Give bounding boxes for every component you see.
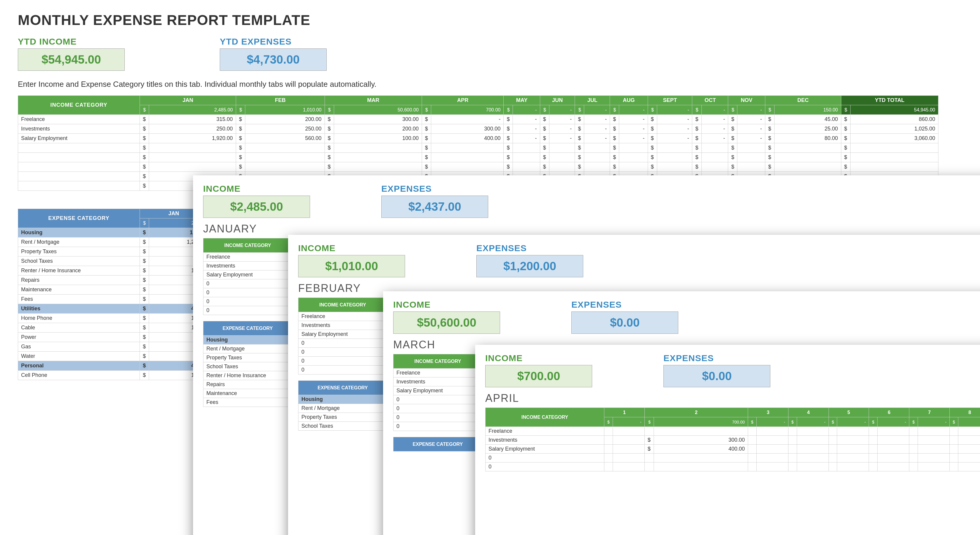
page-title: MONTHLY EXPENSE REPORT TEMPLATE xyxy=(18,12,962,28)
list-item[interactable]: Fees xyxy=(204,398,292,407)
list-item[interactable]: 0 xyxy=(204,279,292,288)
list-item[interactable]: Property Taxes xyxy=(204,353,292,362)
expense-row[interactable]: Personal$425.0 xyxy=(18,361,208,371)
col-aug: AUG xyxy=(610,96,648,105)
apr-col-1: 1 xyxy=(605,408,645,417)
list-item[interactable]: Salary Employment xyxy=(393,386,482,395)
list-item[interactable]: 0 xyxy=(204,288,292,297)
list-item[interactable]: 0 xyxy=(299,348,387,357)
expense-row[interactable]: School Taxes$90.0 xyxy=(18,257,208,266)
expense-row[interactable]: Cell Phone$150.0 xyxy=(18,371,208,380)
expense-row[interactable]: Power$65.0 xyxy=(18,332,208,342)
expense-row[interactable]: Repairs$ xyxy=(18,276,208,285)
expense-row[interactable]: Rent / Mortgage$1,200.0 xyxy=(18,238,208,247)
list-item[interactable]: Freelance xyxy=(204,252,292,262)
col-dec: DEC xyxy=(765,96,841,105)
layer-april[interactable]: INCOME$700.00 EXPENSES$0.00 APRIL INCOME… xyxy=(475,345,980,535)
list-item[interactable]: 0 xyxy=(204,306,292,315)
mar-expense-cat-table[interactable]: EXPENSE CATEGORY xyxy=(393,437,482,452)
jan-income-cat-header: INCOME CATEGORY xyxy=(204,238,292,252)
mar-expenses-value: $0.00 xyxy=(571,311,678,334)
jan-expense-cat-table[interactable]: EXPENSE CATEGORY HousingRent / MortgageP… xyxy=(203,321,292,407)
feb-expenses-label: EXPENSES xyxy=(476,243,583,253)
table-row[interactable]: Investments$300.00 xyxy=(485,436,980,445)
mar-expenses-label: EXPENSES xyxy=(571,300,678,310)
jan-income-value: $2,485.00 xyxy=(203,196,310,218)
feb-income-cat-table[interactable]: INCOME CATEGORY FreelanceInvestmentsSala… xyxy=(298,297,387,375)
apr-col-4: 4 xyxy=(788,408,829,417)
list-item[interactable]: School Taxes xyxy=(299,422,387,431)
table-row[interactable]: Salary Employment$400.00 xyxy=(485,445,980,454)
col-sept: SEPT xyxy=(648,96,692,105)
ytd-income-label: YTD INCOME xyxy=(18,37,125,47)
list-item[interactable]: 0 xyxy=(204,297,292,306)
apr-income-table[interactable]: INCOME CATEGORY 1 2 3 4 5 6 7 8 $-$700.0… xyxy=(485,407,980,471)
mar-income-cat-header: INCOME CATEGORY xyxy=(393,354,482,369)
list-item[interactable]: Renter / Home Insurance xyxy=(204,371,292,380)
feb-expense-cat-table[interactable]: EXPENSE CATEGORY HousingRent / MortgageP… xyxy=(298,380,387,431)
income-row-blank[interactable]: $$$$$$$$$$$$$ xyxy=(18,162,939,172)
list-item[interactable]: Investments xyxy=(299,321,387,330)
jan-expenses-label: EXPENSES xyxy=(381,184,488,194)
expense-row[interactable]: Utilities$487.0 xyxy=(18,304,208,313)
list-item[interactable]: Rent / Mortgage xyxy=(299,404,387,413)
expense-row[interactable]: Housing$1,500. xyxy=(18,228,208,238)
expense-row[interactable]: Renter / Home Insurance$120.0 xyxy=(18,266,208,276)
income-row-blank[interactable]: $$$$$$$$$$$$$ xyxy=(18,153,939,162)
table-row[interactable]: 0 xyxy=(485,463,980,471)
list-item[interactable]: 0 xyxy=(393,395,482,404)
list-item[interactable]: 0 xyxy=(299,366,387,375)
table-row[interactable]: 0 xyxy=(485,454,980,463)
list-item[interactable]: Investments xyxy=(204,262,292,270)
col-oct: OCT xyxy=(692,96,728,105)
mar-income-value: $50,600.00 xyxy=(393,311,500,334)
expense-row[interactable]: Gas$80.0 xyxy=(18,342,208,351)
list-item[interactable]: Rent / Mortgage xyxy=(204,345,292,353)
list-item[interactable]: Maintenance xyxy=(204,389,292,398)
list-item[interactable]: Freelance xyxy=(393,369,482,377)
list-item[interactable]: Salary Employment xyxy=(299,330,387,339)
col-may: MAY xyxy=(504,96,540,105)
jan-expense-cat-header: EXPENSE CATEGORY xyxy=(204,321,292,335)
expense-header-row: EXPENSE CATEGORY JAN xyxy=(18,209,208,219)
list-item[interactable]: 0 xyxy=(393,422,482,431)
list-item[interactable]: 0 xyxy=(393,413,482,422)
mar-income-cat-table[interactable]: INCOME CATEGORY FreelanceInvestmentsSala… xyxy=(393,354,482,431)
list-item[interactable]: 0 xyxy=(299,357,387,366)
table-row[interactable]: Freelance xyxy=(485,427,980,436)
col-apr: APR xyxy=(422,96,504,105)
expense-row[interactable]: Cable$145.0 xyxy=(18,323,208,332)
income-category-header: INCOME CATEGORY xyxy=(18,96,140,115)
list-item[interactable]: Property Taxes xyxy=(299,413,387,422)
apr-col-5: 5 xyxy=(829,408,869,417)
expense-category-header: EXPENSE CATEGORY xyxy=(18,209,140,228)
income-row-blank[interactable]: $$$$$$$$$$$$$ xyxy=(18,143,939,153)
list-item[interactable]: Salary Employment xyxy=(204,270,292,279)
list-item[interactable]: 0 xyxy=(299,339,387,348)
feb-income-cat-header: INCOME CATEGORY xyxy=(299,298,387,312)
list-item[interactable]: School Taxes xyxy=(204,362,292,371)
expense-row[interactable]: Property Taxes$90.0 xyxy=(18,247,208,257)
income-row[interactable]: Salary Employment$1,920.00$560.00$100.00… xyxy=(18,134,939,143)
ytd-expenses-kpi: YTD EXPENSES $4,730.00 xyxy=(220,37,327,71)
feb-income-value: $1,010.00 xyxy=(298,255,405,277)
col-jun: JUN xyxy=(540,96,575,105)
feb-expense-cat-header: EXPENSE CATEGORY xyxy=(299,381,387,395)
expense-table[interactable]: EXPENSE CATEGORY JAN $2,437. Housing$1,5… xyxy=(18,209,208,380)
expense-row[interactable]: Water$45.0 xyxy=(18,351,208,361)
income-row[interactable]: Freelance$315.00$200.00$300.00$-$-$-$-$-… xyxy=(18,115,939,124)
list-item[interactable]: Repairs xyxy=(204,380,292,389)
expense-row[interactable]: Home Phone$120.0 xyxy=(18,313,208,323)
expense-row[interactable]: Maintenance$ xyxy=(18,285,208,295)
income-row[interactable]: Investments$250.00$250.00$200.00$300.00$… xyxy=(18,124,939,134)
apr-col-7: 7 xyxy=(909,408,950,417)
expense-row[interactable]: Fees$ xyxy=(18,295,208,304)
jan-month-title: JANUARY xyxy=(203,223,980,235)
jan-income-cat-table[interactable]: INCOME CATEGORY FreelanceInvestmentsSala… xyxy=(203,238,292,315)
list-item[interactable]: Housing xyxy=(204,335,292,345)
apr-col-6: 6 xyxy=(869,408,909,417)
list-item[interactable]: Housing xyxy=(299,395,387,404)
list-item[interactable]: Investments xyxy=(393,377,482,386)
list-item[interactable]: 0 xyxy=(393,404,482,413)
list-item[interactable]: Freelance xyxy=(299,312,387,321)
